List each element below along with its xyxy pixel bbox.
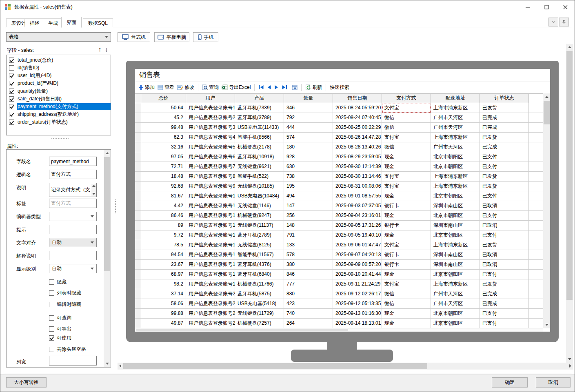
table-cell[interactable]: 北京市朝阳区: [431, 230, 480, 240]
table-cell[interactable]: 上海市浦东新区: [431, 103, 480, 113]
field-checkbox[interactable]: [9, 81, 14, 86]
table-cell[interactable]: 蓝牙耳机(4376): [235, 260, 284, 270]
add-button[interactable]: 添加: [138, 84, 155, 91]
column-header[interactable]: 订单状态: [480, 94, 529, 103]
next-page-icon[interactable]: [274, 85, 279, 90]
row-selector-cell[interactable]: [135, 162, 141, 172]
explain-input[interactable]: [49, 251, 97, 260]
table-cell[interactable]: 支付宝: [382, 172, 431, 182]
flag-checkbox[interactable]: [49, 335, 54, 341]
row-selector-cell[interactable]: [135, 211, 141, 221]
table-cell[interactable]: 北京市朝阳区: [431, 319, 480, 328]
table-cell[interactable]: 2025-09-04 23:16:01: [333, 211, 382, 221]
table-cell[interactable]: 深圳市南山区: [431, 260, 480, 270]
table-cell[interactable]: 用户信息表登录账号8: [186, 172, 235, 182]
field-item[interactable]: product_id(产品ID): [7, 80, 111, 87]
table-cell[interactable]: 50.64: [141, 103, 186, 113]
table-cell[interactable]: 2025-08-31 00:08:06: [333, 182, 382, 191]
table-cell[interactable]: 62.3: [141, 133, 186, 142]
table-cell[interactable]: 578: [284, 250, 333, 260]
table-cell[interactable]: 92.68: [141, 182, 186, 191]
flag-checkbox-item[interactable]: 去除头尾空格: [49, 346, 86, 353]
table-cell[interactable]: 北京市朝阳区: [431, 270, 480, 279]
table-cell[interactable]: 支付宝: [382, 182, 431, 191]
table-cell[interactable]: 用户信息表登录账号3: [186, 123, 235, 133]
table-cell[interactable]: 2025-09-05 17:31:26: [333, 221, 382, 230]
table-cell[interactable]: 2025-09-10 20:41:44: [333, 270, 382, 279]
table-cell[interactable]: 2025-08-29 23:59:05: [333, 152, 382, 162]
table-cell[interactable]: 无线键盘(10185): [235, 182, 284, 191]
field-item[interactable]: quantity(数量): [7, 87, 111, 95]
table-cell[interactable]: 上海市浦东新区: [431, 133, 480, 142]
table-cell[interactable]: 用户信息表登录账号1: [186, 250, 235, 260]
table-cell[interactable]: 现金: [382, 230, 431, 240]
ok-button[interactable]: 确定: [492, 377, 528, 388]
table-cell[interactable]: 792: [284, 113, 333, 123]
row-selector-cell[interactable]: [135, 279, 141, 289]
field-item[interactable]: user_id(用户ID): [7, 72, 111, 80]
table-cell[interactable]: 蓝牙耳机(5875): [235, 289, 284, 299]
table-cell[interactable]: 现金: [382, 319, 431, 328]
table-cell[interactable]: 49.87: [141, 319, 186, 328]
prev-page-icon[interactable]: [267, 85, 271, 90]
table-cell[interactable]: 已完成: [480, 142, 529, 152]
phone-view-button[interactable]: 手机: [193, 32, 218, 42]
desktop-view-button[interactable]: 台式机: [118, 32, 150, 42]
table-cell[interactable]: 已支付: [480, 191, 529, 201]
table-cell[interactable]: 2025-08-24 05:59:20: [333, 103, 382, 113]
table-cell[interactable]: 用户信息表登录账号5: [186, 142, 235, 152]
table-cell[interactable]: 已支付: [480, 309, 529, 319]
tab-generate[interactable]: 生成: [43, 18, 63, 27]
table-cell[interactable]: 微信: [382, 113, 431, 123]
table-row[interactable]: 50.64用户信息表登录账号1蓝牙耳机(7339)3462025-08-24 0…: [135, 103, 550, 113]
table-cell[interactable]: 用户信息表登录账号1: [186, 270, 235, 279]
row-selector-cell[interactable]: [135, 201, 141, 211]
move-down-icon[interactable]: ↓: [105, 46, 108, 53]
table-row[interactable]: 68.97用户信息表登录账号1蓝牙耳机(6840)8462025-09-10 2…: [135, 270, 550, 279]
case-convert-button[interactable]: 大小写转换: [6, 377, 47, 388]
table-cell[interactable]: 支付宝: [382, 133, 431, 142]
table-cell[interactable]: 广州市天河区: [431, 289, 480, 299]
table-cell[interactable]: 195: [284, 182, 333, 191]
pin-button[interactable]: [559, 18, 569, 27]
table-cell[interactable]: 已完成: [480, 299, 529, 309]
table-cell[interactable]: 现金: [382, 270, 431, 279]
row-selector-cell[interactable]: [135, 260, 141, 270]
table-cell[interactable]: 494: [284, 191, 333, 201]
text-align-select[interactable]: 自动: [49, 238, 97, 247]
table-cell[interactable]: 银行卡: [382, 260, 431, 270]
table-cell[interactable]: 现金: [382, 152, 431, 162]
table-cell[interactable]: 北京市朝阳区: [431, 152, 480, 162]
table-cell[interactable]: 智能手机(522): [235, 172, 284, 182]
table-row[interactable]: 72.71用户信息表登录账号7无线键盘(9621)6302025-08-30 1…: [135, 162, 550, 172]
table-vertical-scrollbar[interactable]: [543, 93, 550, 328]
row-selector-cell[interactable]: [135, 250, 141, 260]
table-cell[interactable]: 机械硬盘(9247): [235, 211, 284, 221]
field-item[interactable]: sale_date(销售日期): [7, 95, 111, 103]
field-item[interactable]: shipping_address(配送地址): [7, 111, 111, 118]
field-item[interactable]: order_status(订单状态): [7, 118, 111, 126]
table-cell[interactable]: 2025-08-30 13:14:46: [333, 172, 382, 182]
table-cell[interactable]: 用户信息表登录账号1: [186, 191, 235, 201]
table-cell[interactable]: 用户信息表登录账号1: [186, 230, 235, 240]
field-checkbox[interactable]: [9, 96, 14, 102]
table-cell[interactable]: 2025-09-06 01:47:47: [333, 240, 382, 250]
table-cell[interactable]: 已取消: [480, 250, 529, 260]
table-cell[interactable]: 45.2: [141, 113, 186, 123]
flag-checkbox[interactable]: [49, 326, 54, 332]
row-selector-cell[interactable]: [135, 221, 141, 230]
table-horizontal-scrollbar[interactable]: [135, 328, 543, 332]
table-cell[interactable]: USB充电器(10484): [235, 191, 284, 201]
table-cell[interactable]: 用户信息表登录账号1: [186, 221, 235, 230]
table-cell[interactable]: 133: [284, 240, 333, 250]
table-cell[interactable]: 已支付: [480, 270, 529, 279]
table-cell[interactable]: 上海市浦东新区: [431, 240, 480, 250]
table-row[interactable]: 62.3用户信息表登录账号4智能手机(8566)5742025-08-26 14…: [135, 133, 550, 142]
main-vertical-scrollbar[interactable]: [566, 44, 573, 363]
table-cell[interactable]: 用户信息表登录账号2: [186, 289, 235, 299]
table-cell[interactable]: 58.06: [141, 299, 186, 309]
table-cell[interactable]: 已完成: [480, 289, 529, 299]
table-row[interactable]: 9.72用户信息表登录账号1蓝牙耳机(2789)7912025-09-05 19…: [135, 230, 550, 240]
table-cell[interactable]: 深圳市南山区: [431, 250, 480, 260]
flag-checkbox[interactable]: [49, 279, 54, 285]
